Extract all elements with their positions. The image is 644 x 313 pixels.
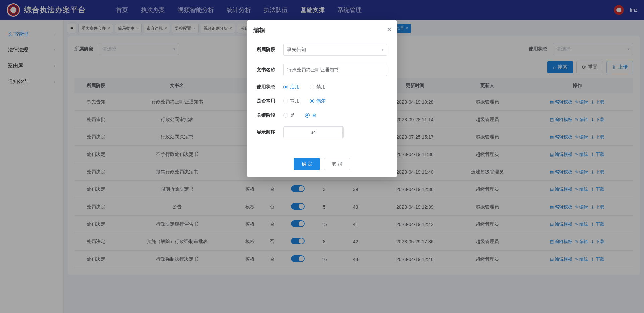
field-order-stepper[interactable]: ▲ ▼ — [283, 126, 344, 138]
confirm-button[interactable]: 确 定 — [294, 158, 320, 170]
stepper-down-icon[interactable]: ▼ — [343, 133, 344, 138]
radio-freq-yes[interactable]: 常用 — [283, 98, 300, 104]
field-key-label: 关键阶段 — [257, 112, 283, 118]
field-order-input[interactable] — [284, 127, 342, 138]
close-icon[interactable]: ✕ — [387, 26, 391, 33]
stepper-up-icon[interactable]: ▲ — [343, 127, 344, 133]
radio-key-yes[interactable]: 是 — [283, 112, 295, 118]
radio-key-no[interactable]: 否 — [305, 112, 316, 118]
field-order-label: 显示顺序 — [257, 129, 283, 135]
dialog-title: 编辑 — [253, 27, 265, 34]
field-freq-label: 是否常用 — [257, 98, 283, 104]
field-name-label: 文书名称 — [257, 67, 283, 73]
chevron-down-icon: ▾ — [382, 48, 384, 52]
field-status-label: 使用状态 — [257, 84, 283, 90]
radio-freq-no[interactable]: 偶尔 — [310, 98, 326, 104]
field-name-input[interactable] — [283, 64, 387, 76]
radio-status-enable[interactable]: 启用 — [283, 84, 300, 90]
cancel-button[interactable]: 取 消 — [324, 158, 350, 170]
radio-status-disable[interactable]: 禁用 — [310, 84, 326, 90]
edit-dialog: 编辑 ✕ 所属阶段 事先告知 ▾ 文书名称 使用状态 启用 禁用 — [247, 20, 397, 177]
field-stage-select[interactable]: 事先告知 ▾ — [283, 44, 387, 56]
field-stage-label: 所属阶段 — [257, 47, 283, 53]
